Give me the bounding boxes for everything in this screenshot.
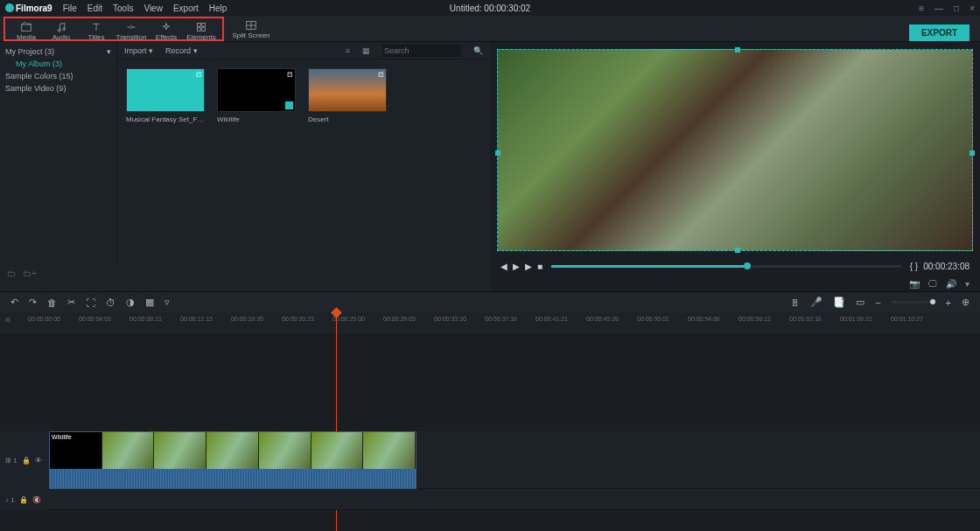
lock-icon[interactable]: 🔒	[22, 457, 31, 465]
svg-rect-6	[202, 28, 206, 31]
prev-button[interactable]: ◀	[500, 262, 508, 271]
next-button[interactable]: ▶	[525, 262, 532, 271]
filter-icon[interactable]: ≡	[346, 46, 350, 55]
browser-toolbar: Import ▾ Record ▾ ≡ ▦ 🔍	[117, 42, 490, 59]
search-input[interactable]	[382, 45, 461, 57]
chevron-down-icon: ▾	[149, 46, 153, 55]
render-icon[interactable]: ▭	[856, 297, 864, 308]
quality-dropdown-icon[interactable]: ▾	[965, 279, 970, 289]
close-button[interactable]: ×	[970, 3, 975, 13]
audio-track-lane[interactable]	[49, 489, 980, 510]
mute-icon[interactable]: 🔇	[32, 496, 41, 504]
menu-edit[interactable]: Edit	[88, 3, 102, 13]
thumbnail-grid: ⊡ Musical Fantasy Set_Film... ⊡ Wildlife…	[117, 59, 490, 263]
timeline-ruler[interactable]: ⊞ 00:00:00:00 00:00:04:03 00:00:08:11 00…	[0, 312, 980, 335]
info-icon: ⊡	[287, 71, 293, 79]
tree-item-samplecolors[interactable]: Sample Colors (15)	[5, 70, 111, 82]
check-icon	[285, 101, 293, 109]
menu-tools[interactable]: Tools	[113, 3, 133, 13]
menu-export[interactable]: Export	[173, 3, 199, 13]
menu-help[interactable]: Help	[209, 3, 228, 13]
titlebar: Filmora9 File Edit Tools View Export Hel…	[0, 0, 980, 16]
clip-segment	[363, 432, 416, 469]
menu-view[interactable]: View	[144, 3, 163, 13]
timeline-clip-wildlife[interactable]	[49, 431, 416, 489]
delete-button[interactable]: 🗑	[47, 297, 57, 308]
media-library-panel: My Project (3)▾ My Album (3) Sample Colo…	[0, 42, 490, 291]
redo-button[interactable]: ↷	[29, 297, 37, 308]
preview-viewport[interactable]	[497, 49, 973, 251]
volume-icon[interactable]: 🔊	[946, 279, 956, 289]
track-manager-icon[interactable]: ⊞	[5, 317, 10, 324]
zoom-out-button[interactable]: −	[875, 297, 880, 308]
media-item[interactable]: ⊡ Wildlife	[217, 68, 296, 123]
timeline-toolbar: ↶ ↷ 🗑 ✂ ⛶ ⏱ ◑ ▩ ▿ 🎚 🎤 📑 ▭ − + ⊕	[0, 291, 980, 312]
record-dropdown[interactable]: Record ▾	[165, 46, 198, 55]
folder-icon[interactable]: 🗀	[7, 269, 16, 278]
eye-icon[interactable]: 👁	[35, 457, 42, 465]
tab-effects[interactable]: Effects	[149, 20, 184, 43]
tab-titles[interactable]: Titles	[79, 20, 114, 43]
green-screen-button[interactable]: ▩	[145, 297, 154, 308]
svg-rect-5	[198, 28, 201, 31]
new-folder-icon[interactable]: 🗀+	[23, 269, 37, 278]
menubar: File Edit Tools View Export Help	[63, 3, 228, 13]
export-button[interactable]: EXPORT	[909, 24, 970, 41]
app-logo: Filmora9	[5, 3, 52, 13]
tab-splitscreen[interactable]: Split Screen	[229, 18, 273, 41]
chevron-down-icon: ▾	[107, 47, 111, 56]
snapshot-icon[interactable]: 📷	[909, 279, 920, 289]
audio-track-1: ♪ 1 🔒 🔇	[0, 489, 980, 510]
tree-item-myalbum[interactable]: My Album (3)	[5, 58, 111, 70]
maximize-button[interactable]: □	[954, 3, 959, 13]
primary-tab-bar: Media Audio Titles Transition Effects El…	[0, 16, 980, 42]
preview-panel: ◀ ▶ ▶ ■ { } 00:00:23:08 📷 🖵 🔊 ▾	[490, 42, 980, 291]
crop-button[interactable]: ⛶	[86, 297, 95, 308]
marker-list-icon[interactable]: 📑	[833, 297, 845, 308]
tree-item-samplevideo[interactable]: Sample Video (9)	[5, 82, 111, 94]
search-icon[interactable]: 🔍	[473, 46, 483, 55]
tree-item-myproject[interactable]: My Project (3)▾	[5, 45, 111, 58]
menu-file[interactable]: File	[63, 3, 77, 13]
tab-elements[interactable]: Elements	[184, 20, 219, 43]
logo-icon	[5, 3, 14, 12]
clip-segment	[259, 432, 312, 469]
tree-footer: 🗀 🗀+	[0, 263, 490, 283]
clip-segment	[154, 432, 206, 469]
folder-tree: My Project (3)▾ My Album (3) Sample Colo…	[0, 42, 117, 263]
zoom-fit-button[interactable]: ⊕	[962, 297, 970, 308]
inout-brackets[interactable]: { }	[910, 262, 918, 271]
speed-button[interactable]: ⏱	[106, 297, 116, 308]
clip-audio-waveform	[50, 469, 416, 488]
preview-scrubber[interactable]	[551, 265, 901, 268]
timeline-tracks: ⊞ 1 🔒 👁 ♪ 1 🔒 🔇	[0, 335, 980, 531]
media-item[interactable]: ⊡ Desert	[308, 68, 387, 123]
info-icon: ⊡	[378, 71, 384, 79]
lock-icon[interactable]: 🔒	[19, 496, 28, 504]
svg-rect-4	[202, 24, 206, 27]
fullscreen-icon[interactable]: 🖵	[928, 279, 937, 289]
play-button[interactable]: ▶	[513, 262, 520, 271]
svg-rect-3	[198, 24, 201, 27]
clip-segment	[312, 432, 364, 469]
import-dropdown[interactable]: Import ▾	[124, 46, 153, 55]
preview-timecode: 00:00:23:08	[923, 262, 970, 271]
tab-audio[interactable]: Audio	[44, 20, 79, 43]
project-title: Untitled: 00:00:30:02	[450, 3, 530, 13]
undo-button[interactable]: ↶	[10, 297, 18, 308]
minimize-button[interactable]: —	[934, 3, 943, 13]
menu-icon[interactable]: ≡	[919, 3, 924, 13]
voiceover-icon[interactable]: 🎤	[810, 297, 822, 308]
split-button[interactable]: ✂	[67, 297, 75, 308]
mixer-icon[interactable]: 🎚	[790, 297, 800, 308]
media-item[interactable]: ⊡ Musical Fantasy Set_Film...	[126, 68, 205, 123]
color-button[interactable]: ◑	[126, 297, 135, 308]
tab-transition[interactable]: Transition	[114, 20, 149, 43]
tab-media[interactable]: Media	[9, 20, 44, 43]
svg-rect-0	[22, 24, 32, 31]
zoom-slider[interactable]	[892, 301, 935, 304]
stop-button[interactable]: ■	[537, 262, 542, 271]
grid-view-icon[interactable]: ▦	[362, 46, 370, 55]
add-marker-button[interactable]: ▿	[164, 297, 170, 308]
zoom-in-button[interactable]: +	[946, 297, 951, 308]
